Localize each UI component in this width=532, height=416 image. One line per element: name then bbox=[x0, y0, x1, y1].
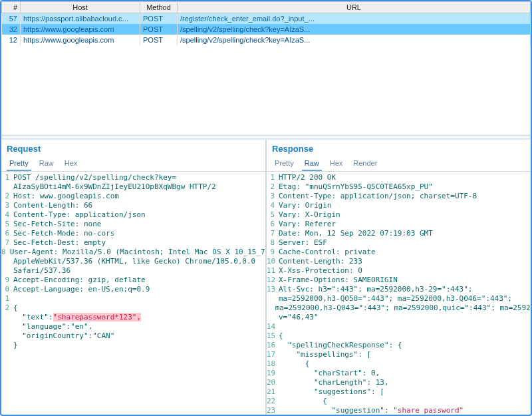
horizontal-divider[interactable] bbox=[1, 134, 531, 140]
line-number bbox=[1, 313, 13, 322]
tab-raw[interactable]: Raw bbox=[37, 158, 57, 171]
code-line: 6Sec-Fetch-Mode: no-cors bbox=[1, 229, 265, 238]
line-content bbox=[279, 322, 531, 331]
line-number bbox=[1, 257, 13, 266]
code-line: 12X-Frame-Options: SAMEORIGIN bbox=[267, 276, 531, 285]
transactions-table[interactable]: # Host Method URL 57https://passport.ali… bbox=[1, 1, 531, 45]
tab-hex[interactable]: Hex bbox=[327, 158, 346, 171]
code-line: 17 "misspellings": [ bbox=[267, 350, 531, 359]
line-number: 0 bbox=[1, 285, 13, 294]
code-line: v="46,43" bbox=[267, 313, 531, 322]
table-row[interactable]: 12https://www.googleapis.comPOST/spellin… bbox=[2, 35, 531, 45]
table-row[interactable]: 32https://www.googleapis.comPOST/spellin… bbox=[2, 24, 531, 35]
line-number bbox=[267, 313, 279, 322]
line-content: "spellingCheckResponse": { bbox=[279, 341, 531, 350]
code-line: AIzaSyBOti4mM-6x9WDnZIjIeyEU21OpBXqWBgw … bbox=[1, 182, 265, 192]
response-title: Response bbox=[267, 140, 531, 158]
line-number: 2 bbox=[267, 182, 279, 192]
cell-method: POST bbox=[140, 35, 178, 45]
table-row[interactable]: 57https://passport.alibabacloud.c...POST… bbox=[2, 13, 531, 25]
line-content: ma=2592000,h3-Q043=":443"; ma=2592000,qu… bbox=[275, 304, 531, 313]
tab-render[interactable]: Render bbox=[350, 158, 380, 171]
line-number: 12 bbox=[267, 276, 279, 285]
line-number: 3 bbox=[1, 201, 13, 210]
cell-url: /spelling/v2/spelling/check?key=AIzaS... bbox=[178, 35, 531, 45]
line-content: "language":"en", bbox=[13, 322, 265, 331]
code-line: 18 { bbox=[267, 359, 531, 369]
line-number: 1 bbox=[1, 294, 13, 304]
line-number: 18 bbox=[267, 359, 279, 369]
line-number: 6 bbox=[267, 220, 279, 229]
col-num[interactable]: # bbox=[2, 2, 21, 13]
tab-raw[interactable]: Raw bbox=[302, 158, 322, 171]
code-line: 20 "charLength": 13, bbox=[267, 378, 531, 387]
line-content: Accept-Encoding: gzip, deflate bbox=[13, 276, 265, 285]
code-line: 19 "charStart": 0, bbox=[267, 369, 531, 378]
tab-pretty[interactable]: Pretty bbox=[7, 158, 31, 171]
col-method[interactable]: Method bbox=[140, 2, 178, 13]
code-line: "text":"sharepassword*123", bbox=[1, 313, 265, 322]
line-content: Etag: "mnuQSrnYbS95-Q5C0TEA65xp_PU" bbox=[279, 182, 531, 192]
code-line: 3Content-Type: application/json; charset… bbox=[267, 192, 531, 201]
line-content: User-Agent: Mozilla/5.0 (Macintosh; Inte… bbox=[10, 248, 265, 257]
app-frame: # Host Method URL 57https://passport.ali… bbox=[0, 0, 532, 416]
highlighted-text: "sharepassword*123", bbox=[53, 313, 141, 321]
line-number: 8 bbox=[267, 238, 279, 248]
cell-host: https://www.googleapis.com bbox=[21, 24, 140, 35]
line-content: POST /spelling/v2/spelling/check?key= bbox=[13, 173, 265, 182]
transactions-table-panel: # Host Method URL 57https://passport.ali… bbox=[1, 1, 531, 134]
code-line: 9Accept-Encoding: gzip, deflate bbox=[1, 276, 265, 285]
code-line: 9Cache-Control: private bbox=[267, 248, 531, 257]
col-host[interactable]: Host bbox=[21, 2, 140, 13]
code-line: 2Host: www.googleapis.com bbox=[1, 192, 265, 201]
line-content: "text":"sharepassword*123", bbox=[13, 313, 265, 322]
code-line: 7Sec-Fetch-Dest: empty bbox=[1, 238, 265, 248]
line-number: 7 bbox=[1, 238, 13, 248]
request-title: Request bbox=[1, 140, 265, 158]
cell-num: 12 bbox=[2, 35, 21, 45]
line-number: 22 bbox=[267, 397, 279, 406]
cell-num: 32 bbox=[2, 24, 21, 35]
code-line: 16 "spellingCheckResponse": { bbox=[267, 341, 531, 350]
line-content: { bbox=[279, 359, 531, 369]
code-line: 22 { bbox=[267, 397, 531, 406]
code-line: 21 "suggestions": [ bbox=[267, 387, 531, 397]
line-content: X-Frame-Options: SAMEORIGIN bbox=[279, 276, 531, 285]
response-body[interactable]: 1HTTP/2 200 OK2Etag: "mnuQSrnYbS95-Q5C0T… bbox=[267, 172, 531, 415]
line-content: v="46,43" bbox=[279, 313, 531, 322]
line-content: Vary: Referer bbox=[279, 220, 531, 229]
line-content bbox=[13, 294, 265, 304]
col-url[interactable]: URL bbox=[178, 2, 531, 13]
line-number: 7 bbox=[267, 229, 279, 238]
code-line: 13Alt-Svc: h3=":443"; ma=2592000,h3-29="… bbox=[267, 285, 531, 294]
line-content: HTTP/2 200 OK bbox=[279, 173, 531, 182]
line-number bbox=[1, 182, 13, 192]
request-pane: Request PrettyRawHex 1POST /spelling/v2/… bbox=[1, 140, 267, 415]
line-number: 4 bbox=[267, 201, 279, 210]
response-pane: Response PrettyRawHexRender 1HTTP/2 200 … bbox=[267, 140, 531, 415]
tab-hex[interactable]: Hex bbox=[62, 158, 80, 171]
code-line: 11X-Xss-Protection: 0 bbox=[267, 266, 531, 276]
line-content: Vary: Origin bbox=[279, 201, 531, 210]
request-body[interactable]: 1POST /spelling/v2/spelling/check?key= A… bbox=[1, 172, 265, 415]
code-line: 6Vary: Referer bbox=[267, 220, 531, 229]
code-line: 0Accept-Language: en-US,en;q=0.9 bbox=[1, 285, 265, 294]
line-content: "originCountry":"CAN" bbox=[13, 331, 265, 341]
line-number: 1 bbox=[267, 173, 279, 182]
line-number bbox=[1, 322, 13, 331]
line-number: 17 bbox=[267, 350, 279, 359]
line-number: 14 bbox=[267, 322, 279, 331]
line-content: Cache-Control: private bbox=[279, 248, 531, 257]
line-content: ma=2592000,h3-Q050=":443"; ma=2592000,h3… bbox=[279, 294, 531, 304]
line-content: Safari/537.36 bbox=[13, 266, 265, 276]
request-tabs: PrettyRawHex bbox=[1, 158, 265, 172]
code-line: 5Vary: X-Origin bbox=[267, 210, 531, 220]
line-content: } bbox=[13, 341, 265, 350]
line-number: 9 bbox=[1, 276, 13, 285]
tab-pretty[interactable]: Pretty bbox=[272, 158, 297, 171]
line-content: "charLength": 13, bbox=[279, 378, 531, 387]
line-content: AIzaSyBOti4mM-6x9WDnZIjIeyEU21OpBXqWBgw … bbox=[13, 182, 265, 192]
code-line: } bbox=[1, 341, 265, 350]
line-number: 4 bbox=[1, 210, 13, 220]
code-line: ma=2592000,h3-Q043=":443"; ma=2592000,qu… bbox=[267, 304, 531, 313]
